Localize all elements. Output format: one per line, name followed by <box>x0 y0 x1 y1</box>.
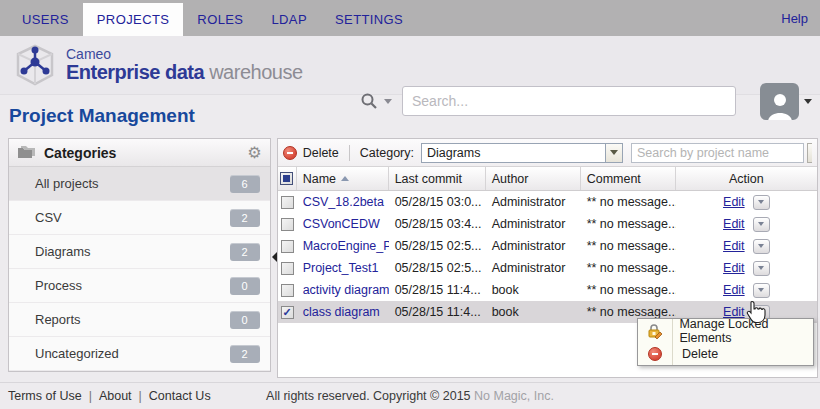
search-icon[interactable] <box>360 92 378 110</box>
chevron-down-icon[interactable] <box>605 143 623 163</box>
category-select[interactable]: Diagrams <box>421 143 623 163</box>
column-header-name[interactable]: Name <box>297 167 389 190</box>
project-name-link[interactable]: class diagram <box>303 305 380 319</box>
nav-tab-users[interactable]: USERS <box>8 3 83 36</box>
project-name-link[interactable]: activity diagram <box>303 283 389 297</box>
folder-icon <box>17 145 36 160</box>
author-cell: book <box>486 279 581 301</box>
last-commit-cell: 05/28/15 11:4... <box>389 301 486 323</box>
category-count-badge: 6 <box>230 175 260 193</box>
sidebar-item-reports[interactable]: Reports 0 <box>9 303 270 337</box>
edit-link[interactable]: Edit <box>723 283 745 297</box>
column-header-action[interactable]: Action <box>676 167 817 190</box>
row-checkbox[interactable] <box>281 240 294 253</box>
last-commit-cell: 05/28/15 02:5... <box>389 235 486 257</box>
sidebar-item-diagrams[interactable]: Diagrams 2 <box>9 235 270 269</box>
terms-of-use-link[interactable]: Terms of Use <box>8 389 82 403</box>
column-header-author[interactable]: Author <box>486 167 581 190</box>
help-link[interactable]: Help <box>769 0 820 36</box>
page-title: Project Management <box>9 105 195 126</box>
table-row[interactable]: MacroEngine_P... 05/28/15 02:5... Admini… <box>278 235 817 257</box>
no-magic-link[interactable]: No Magic, Inc. <box>474 389 554 403</box>
row-actions-menu-button[interactable] <box>753 239 770 254</box>
sort-asc-icon <box>341 176 349 181</box>
brand-header: Cameo Enterprise data warehouse <box>0 36 820 95</box>
sidebar-item-all-projects[interactable]: All projects 6 <box>9 167 270 201</box>
avatar-menu-caret-icon[interactable] <box>804 99 812 104</box>
author-cell: book <box>486 301 581 323</box>
comment-cell: ** no message... <box>581 235 676 257</box>
user-silhouette-icon <box>765 90 795 120</box>
category-count-badge: 0 <box>230 311 260 329</box>
delete-button[interactable]: Delete <box>283 146 339 160</box>
categories-header: Categories ⚙ <box>9 139 270 167</box>
category-count-badge: 2 <box>230 209 260 227</box>
table-row[interactable]: Project_Test1 05/28/15 02:5... Administr… <box>278 257 817 279</box>
category-label: Reports <box>35 312 230 327</box>
contact-us-link[interactable]: Contact Us <box>149 389 211 403</box>
project-name-link[interactable]: CSVonCEDW <box>303 217 380 231</box>
author-cell: Administrator <box>486 191 581 213</box>
table-header-row: Name Last commit Author Comment Action <box>278 167 817 191</box>
row-checkbox[interactable] <box>281 262 294 275</box>
comment-cell: ** no message... <box>581 191 676 213</box>
panel-splitter[interactable] <box>271 138 277 378</box>
sidebar-item-uncategorized[interactable]: Uncategorized 2 <box>9 337 270 371</box>
menu-item-delete[interactable]: Delete <box>638 342 813 365</box>
category-count-badge: 2 <box>230 345 260 363</box>
edit-link[interactable]: Edit <box>723 195 745 209</box>
row-checkbox[interactable] <box>281 284 294 297</box>
project-name-link[interactable]: MacroEngine_P... <box>303 239 389 253</box>
global-search-input[interactable] <box>402 86 736 116</box>
search-scope-caret-icon[interactable] <box>384 99 392 104</box>
column-header-last-commit[interactable]: Last commit <box>389 167 486 190</box>
edit-link[interactable]: Edit <box>723 239 745 253</box>
about-link[interactable]: About <box>99 389 132 403</box>
row-actions-menu-button[interactable] <box>753 283 770 298</box>
row-checkbox[interactable] <box>281 218 294 231</box>
row-actions-menu-button[interactable] <box>753 261 770 276</box>
category-filter-label: Category: <box>360 146 414 160</box>
nav-tab-settings[interactable]: SETTINGS <box>321 3 417 36</box>
collapse-panel-icon[interactable] <box>272 252 277 262</box>
comment-cell: ** no message... <box>581 279 676 301</box>
row-actions-menu-button[interactable] <box>753 195 770 210</box>
category-count-badge: 0 <box>230 277 260 295</box>
author-cell: Administrator <box>486 235 581 257</box>
nav-tab-ldap[interactable]: LDAP <box>257 3 321 36</box>
table-row[interactable]: CSV_18.2beta 05/28/15 03:0... Administra… <box>278 191 817 213</box>
search-button-clipped[interactable] <box>807 143 812 163</box>
delete-icon <box>283 146 297 160</box>
select-all-checkbox[interactable] <box>280 172 293 185</box>
menu-item-manage-locked-elements[interactable]: Manage Locked Elements <box>638 319 813 342</box>
project-name-link[interactable]: Project_Test1 <box>303 261 379 275</box>
brand-cameo: Cameo <box>66 47 303 62</box>
brand-wordmark: Cameo Enterprise data warehouse <box>66 47 303 83</box>
table-row[interactable]: activity diagram 05/28/15 11:4... book *… <box>278 279 817 301</box>
edit-link[interactable]: Edit <box>723 261 745 275</box>
nav-tab-roles[interactable]: ROLES <box>183 3 257 36</box>
categories-title: Categories <box>44 145 247 161</box>
delete-icon <box>648 347 662 361</box>
category-label: Process <box>35 278 230 293</box>
delete-button-label: Delete <box>303 146 339 160</box>
avatar[interactable] <box>760 83 799 120</box>
project-name-link[interactable]: CSV_18.2beta <box>303 195 384 209</box>
category-select-value[interactable]: Diagrams <box>421 143 605 163</box>
category-count-badge: 2 <box>230 243 260 261</box>
category-label: Uncategorized <box>35 346 230 361</box>
column-header-comment[interactable]: Comment <box>581 167 676 190</box>
nav-tab-projects[interactable]: PROJECTS <box>83 3 184 36</box>
brand-logo-block: Cameo Enterprise data warehouse <box>12 42 303 88</box>
row-actions-menu-button[interactable] <box>753 217 770 232</box>
gear-icon[interactable]: ⚙ <box>247 145 261 161</box>
project-search-input[interactable] <box>631 143 804 163</box>
last-commit-cell: 05/28/15 02:5... <box>389 257 486 279</box>
row-checkbox-checked[interactable]: ✓ <box>281 306 294 319</box>
edit-link[interactable]: Edit <box>723 217 745 231</box>
sidebar-item-process[interactable]: Process 0 <box>9 269 270 303</box>
sidebar-item-csv[interactable]: CSV 2 <box>9 201 270 235</box>
table-row[interactable]: CSVonCEDW 05/28/15 03:4... Administrator… <box>278 213 817 235</box>
row-checkbox[interactable] <box>281 196 294 209</box>
projects-toolbar: Delete Category: Diagrams <box>278 139 817 167</box>
